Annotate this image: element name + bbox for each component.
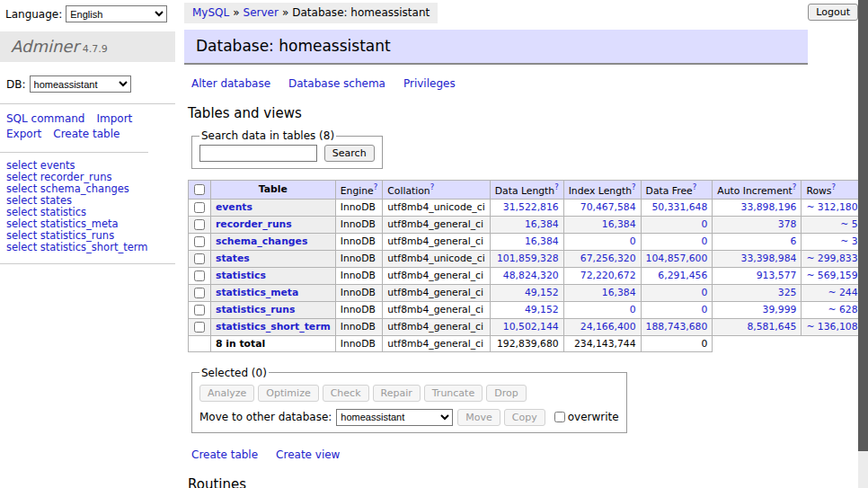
col-header-index-length: Index Length? [563, 181, 641, 200]
row-checkbox-cell [189, 301, 211, 318]
table-link-events[interactable]: events [216, 201, 252, 213]
overwrite-label: overwrite [568, 411, 619, 423]
row-checkbox-cell [189, 199, 211, 216]
help-icon[interactable]: ? [374, 182, 378, 191]
row-checkbox[interactable] [194, 288, 205, 298]
breadcrumb-link-server[interactable]: Server [244, 6, 279, 19]
row-checkbox[interactable] [194, 236, 205, 247]
row-checkbox[interactable] [194, 305, 205, 315]
auto-increment-cell: 33,898,196 [713, 199, 802, 216]
help-icon[interactable]: ? [632, 182, 636, 191]
breadcrumb-link-mysql[interactable]: MySQL [192, 6, 229, 19]
table-row: statesInnoDButf8mb4_unicode_ci101,859,32… [189, 250, 868, 267]
create-links: Create tableCreate view [191, 448, 856, 461]
help-icon[interactable]: ? [693, 182, 697, 191]
index-length-cell: 67,256,320 [563, 250, 641, 267]
row-checkbox-cell [189, 250, 211, 267]
breadcrumb-current: Database: homeassistant [292, 6, 430, 19]
selected-fieldset: Selected (0) AnalyzeOptimizeCheckRepairT… [191, 367, 627, 433]
sidebar-link-import[interactable]: Import [96, 112, 132, 126]
search-fieldset: Search data in tables (8) Search [191, 129, 383, 169]
table-name-cell: schema_changes [211, 233, 336, 250]
data-free-cell: 50,331,648 [641, 199, 713, 216]
help-icon[interactable]: ? [831, 182, 836, 191]
rows-cell: ~ 569,159 [802, 267, 863, 284]
row-checkbox[interactable] [194, 322, 205, 333]
collation-cell: utf8mb4_general_ci [383, 267, 490, 284]
engine-cell: InnoDB [335, 216, 383, 233]
table-total-row: 8 in totalInnoDButf8mb4_general_ci192,83… [189, 335, 868, 351]
db-select[interactable]: homeassistant [30, 75, 131, 93]
col-header-rows: Rows? [802, 181, 863, 200]
link-alter-database[interactable]: Alter database [191, 77, 270, 90]
link-privileges[interactable]: Privileges [403, 77, 456, 90]
data-length-cell: 101,859,328 [490, 250, 563, 267]
app-title: Adminer4.7.9 [0, 31, 175, 62]
bulk-actions-row: AnalyzeOptimizeCheckRepairTruncateDrop [199, 385, 619, 402]
help-icon[interactable]: ? [554, 182, 559, 191]
index-length-cell: 72,220,672 [563, 267, 641, 284]
check-button[interactable]: Check [323, 385, 369, 402]
main-content: MySQL»Server»Database: homeassistant Dat… [184, 0, 856, 488]
language-select[interactable]: English [66, 5, 167, 22]
help-icon[interactable]: ? [793, 182, 797, 191]
drop-button[interactable]: Drop [486, 385, 526, 402]
table-link-states[interactable]: states [216, 253, 250, 264]
table-link-statistics-short-term[interactable]: statistics_short_term [216, 321, 331, 333]
database-action-links: Alter databaseDatabase schemaPrivileges [191, 77, 856, 90]
language-row: Language:English [0, 0, 175, 22]
col-header-collation: Collation? [383, 181, 490, 200]
table-name-cell: states [211, 250, 336, 267]
index-length-cell: 24,166,400 [563, 318, 641, 335]
link-create-table[interactable]: Create table [191, 448, 258, 461]
db-label: DB: [6, 78, 26, 91]
table-row: statistics_metaInnoDButf8mb4_general_ci4… [189, 284, 868, 301]
data-free-cell: 0 [641, 284, 713, 301]
scrollbar-thumb[interactable] [858, 0, 868, 451]
table-link-statistics[interactable]: statistics [216, 270, 266, 281]
table-link-recorder-runs[interactable]: recorder_runs [216, 218, 292, 230]
sidebar-link-create-table[interactable]: Create table [53, 128, 120, 141]
row-checkbox[interactable] [194, 253, 205, 264]
sidebar-select-statistics-short-term[interactable]: select statistics_short_term [6, 242, 175, 253]
repair-button[interactable]: Repair [373, 385, 421, 402]
sidebar-table-links: select eventsselect recorder_runsselect … [0, 153, 175, 264]
auto-increment-cell: 378 [713, 216, 802, 233]
app-name: Adminer [11, 37, 79, 56]
collation-cell: utf8mb4_general_ci [383, 301, 490, 318]
link-database-schema[interactable]: Database schema [288, 77, 385, 90]
move-button[interactable]: Move [457, 409, 500, 426]
optimize-button[interactable]: Optimize [258, 385, 318, 402]
total-label-cell: 8 in total [211, 335, 336, 351]
table-header-row: TableEngine?Collation?Data Length?Index … [189, 181, 868, 200]
row-checkbox[interactable] [194, 219, 205, 230]
engine-cell: InnoDB [335, 250, 383, 267]
search-button[interactable]: Search [324, 145, 375, 162]
data-length-cell: 49,152 [490, 284, 563, 301]
total-collation-cell: utf8mb4_general_ci [383, 335, 490, 351]
vertical-scrollbar[interactable] [858, 0, 868, 488]
collation-cell: utf8mb4_general_ci [383, 284, 490, 301]
truncate-button[interactable]: Truncate [424, 385, 483, 402]
row-checkbox[interactable] [194, 271, 205, 281]
sidebar-link-export[interactable]: Export [6, 128, 41, 141]
total-index-length-cell: 234,143,744 [563, 335, 641, 351]
move-database-select[interactable]: homeassistant [336, 409, 453, 426]
index-length-cell: 70,467,584 [563, 199, 641, 216]
table-link-statistics-runs[interactable]: statistics_runs [216, 304, 295, 315]
overwrite-checkbox[interactable] [554, 412, 565, 422]
select-all-checkbox[interactable] [194, 184, 205, 195]
sidebar-link-sql-command[interactable]: SQL command [6, 112, 84, 126]
table-link-statistics-meta[interactable]: statistics_meta [216, 287, 298, 298]
analyze-button[interactable]: Analyze [199, 385, 254, 402]
search-legend: Search data in tables (8) [199, 129, 336, 142]
link-create-view[interactable]: Create view [276, 448, 340, 461]
rows-cell: ~ 136,108 [802, 318, 863, 335]
engine-cell: InnoDB [335, 233, 383, 250]
copy-button[interactable]: Copy [504, 409, 545, 426]
table-link-schema-changes[interactable]: schema_changes [216, 235, 307, 247]
help-icon[interactable]: ? [430, 182, 435, 191]
table-name-cell: statistics_meta [211, 284, 336, 301]
row-checkbox[interactable] [194, 202, 205, 213]
search-input[interactable] [199, 145, 317, 162]
